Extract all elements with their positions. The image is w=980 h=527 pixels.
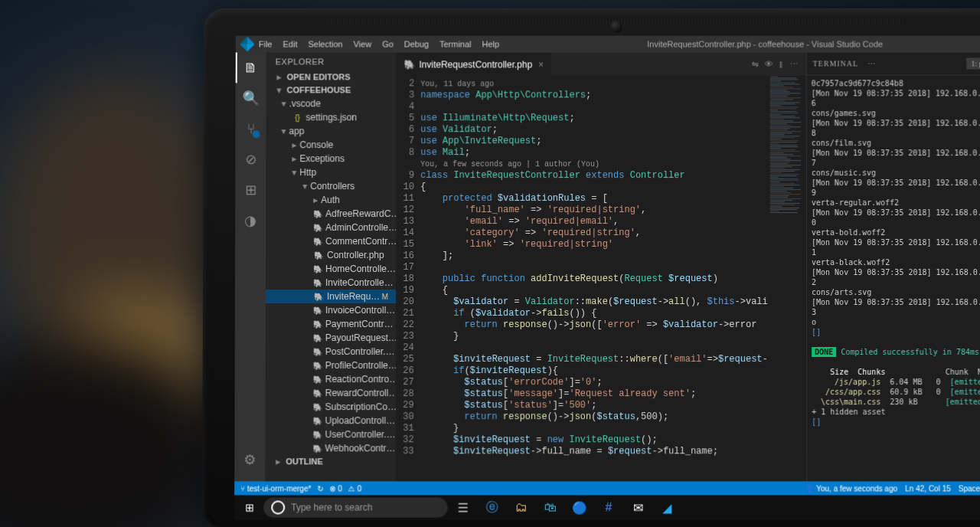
minimap[interactable] (768, 75, 807, 481)
php-icon: 🐘 (313, 277, 322, 288)
chrome-icon[interactable]: 🔵 (566, 495, 593, 519)
php-icon: 🐘 (313, 360, 322, 371)
file-item[interactable]: 🐘AdminControlle… (266, 221, 396, 234)
debug-icon[interactable]: ⊘ (235, 144, 266, 175)
php-icon: 🐘 (313, 250, 324, 260)
file-item[interactable]: 🐘CommentContr… (266, 234, 396, 248)
folder-.vscode[interactable]: ▾.vscode (266, 97, 397, 110)
file-item[interactable]: 🐘Controller.php (266, 248, 396, 262)
split-icon[interactable]: ⫿ (779, 59, 784, 68)
more-icon[interactable]: ⋯ (790, 59, 799, 69)
file-item[interactable]: 🐘PaymentContr… (266, 317, 396, 331)
titlebar: FileEditSelectionViewGoDebugTerminalHelp… (236, 36, 980, 53)
php-icon: 🐘 (313, 346, 322, 357)
folder-http[interactable]: ▾Http (266, 165, 396, 179)
php-icon: 🐘 (313, 264, 322, 274)
terminal-tab[interactable]: TERMINAL (813, 59, 859, 67)
php-icon: 🐘 (313, 222, 322, 233)
folder-app[interactable]: ▾app (266, 124, 396, 138)
file-item[interactable]: 🐘UserController.… (265, 427, 395, 441)
gear-icon[interactable]: ⚙ (234, 444, 265, 475)
workspace-root[interactable]: ▾ COFFEEHOUSE (266, 83, 397, 97)
php-icon: 🐘 (312, 429, 322, 440)
editor-tab[interactable]: 🐘 InviteRequestController.php × (396, 53, 551, 76)
folder-controllers[interactable]: ▾Controllers (266, 179, 396, 193)
json-icon: {} (292, 112, 302, 123)
camera-icon (610, 21, 622, 33)
menu-go[interactable]: Go (382, 40, 394, 49)
menu-terminal[interactable]: Terminal (439, 40, 472, 49)
git-diff-icon[interactable]: ⇋ (752, 59, 759, 69)
git-branch[interactable]: ⑂ test-ui-orm-merge* (240, 484, 311, 493)
source-control-icon[interactable]: ⑂ (235, 113, 266, 144)
vscode-taskbar-icon[interactable]: ◢ (653, 495, 681, 519)
file-item[interactable]: 🐘PayoutRequest… (266, 331, 396, 345)
file-item[interactable]: 🐘HomeControlle… (266, 262, 396, 276)
preview-icon[interactable]: 👁 (765, 59, 773, 68)
terminal-select[interactable]: 1: php, node (967, 57, 980, 69)
terminal-panel: TERMINAL ⋯ 1: php, node 0c7957ac9d677c9c… (806, 53, 980, 482)
file-item[interactable]: 🐘WebhookContr… (265, 441, 395, 455)
close-icon[interactable]: × (538, 59, 544, 70)
menu-debug[interactable]: Debug (404, 40, 429, 49)
outline-section[interactable]: ▸ OUTLINE (265, 455, 395, 468)
search-icon[interactable]: 🔍 (236, 83, 266, 113)
slack-icon[interactable]: # (595, 495, 622, 519)
open-editors-section[interactable]: ▸ OPEN EDITORS (266, 70, 397, 83)
search-input[interactable]: Type here to search (263, 497, 447, 517)
file-item[interactable]: 🐘InviteControlle… (266, 276, 396, 290)
folder-auth[interactable]: ▸Auth (266, 193, 396, 207)
indent[interactable]: Spaces: 2 (959, 484, 980, 493)
windows-taskbar: ⊞ Type here to search ☰ ⓔ 🗂 🛍 🔵 # ✉ ◢ (234, 495, 980, 519)
file-item[interactable]: {}settings.json (266, 110, 397, 124)
php-icon: 🐘 (313, 388, 322, 398)
store-icon[interactable]: 🛍 (537, 495, 564, 519)
cortana-icon (271, 500, 285, 514)
file-item[interactable]: 🐘InvoiceControll… (266, 303, 396, 317)
file-item[interactable]: 🐘SubscriptionCo… (265, 400, 395, 414)
menu-edit[interactable]: Edit (283, 40, 297, 49)
php-icon: 🐘 (313, 332, 322, 343)
file-item[interactable]: 🐘AdfreeRewardC… (266, 207, 396, 221)
code-editor[interactable]: 2345678910111213141516171819202122232425… (396, 75, 807, 481)
explorer-icon[interactable]: 🗎 (236, 53, 266, 83)
file-item[interactable]: 🐘ProfileControlle… (266, 358, 396, 372)
warnings[interactable]: ⚠ 0 (348, 484, 361, 493)
task-view-icon[interactable]: ☰ (449, 495, 477, 519)
folder-console[interactable]: ▸Console (266, 138, 396, 152)
cursor-pos[interactable]: Ln 42, Col 15 (905, 484, 951, 493)
sidebar: EXPLORER ▸ OPEN EDITORS ▾ COFFEEHOUSE ▾.… (265, 53, 396, 482)
activity-bar: 🗎 🔍 ⑂ ⊘ ⊞ ◑ ⚙ (234, 53, 266, 482)
sync-icon[interactable]: ↻ (317, 484, 323, 493)
menu-help[interactable]: Help (482, 40, 500, 49)
file-item[interactable]: 🐘InviteRequ…M (266, 290, 396, 303)
php-icon: 🐘 (313, 291, 324, 302)
mail-icon[interactable]: ✉ (624, 495, 652, 519)
remote-icon[interactable]: ◑ (235, 205, 266, 236)
file-item[interactable]: 🐘RewardControll… (266, 386, 396, 400)
file-item[interactable]: 🐘UploadControll… (265, 414, 395, 427)
file-item[interactable]: 🐘PostController.… (266, 345, 396, 358)
php-icon: 🐘 (403, 59, 415, 70)
git-blame: 👤 You, a few seconds ago (805, 484, 898, 493)
php-icon: 🐘 (313, 374, 322, 385)
menu-view[interactable]: View (354, 40, 372, 49)
errors[interactable]: ⊗ 0 (330, 484, 342, 493)
php-icon: 🐘 (313, 319, 322, 329)
file-explorer-icon[interactable]: 🗂 (508, 495, 535, 519)
extensions-icon[interactable]: ⊞ (235, 175, 266, 205)
terminal-output[interactable]: 0c7957ac9d677c9c84b8[Mon Nov 19 08:37:35… (807, 75, 980, 481)
tab-label: InviteRequestController.php (419, 59, 532, 70)
panel-more-icon[interactable]: ⋯ (867, 59, 876, 67)
php-icon: 🐘 (313, 305, 322, 316)
menu-selection[interactable]: Selection (308, 40, 342, 49)
sidebar-header: EXPLORER (266, 53, 397, 71)
window-title: InviteRequestController.php - coffeehous… (510, 40, 980, 49)
php-icon: 🐘 (313, 415, 322, 426)
menu-file[interactable]: File (259, 40, 273, 49)
folder-exceptions[interactable]: ▸Exceptions (266, 152, 396, 165)
start-menu-icon[interactable]: ⊞ (237, 495, 262, 519)
php-icon: 🐘 (313, 401, 322, 412)
edge-icon[interactable]: ⓔ (479, 495, 506, 519)
file-item[interactable]: 🐘ReactionContro… (266, 372, 396, 386)
